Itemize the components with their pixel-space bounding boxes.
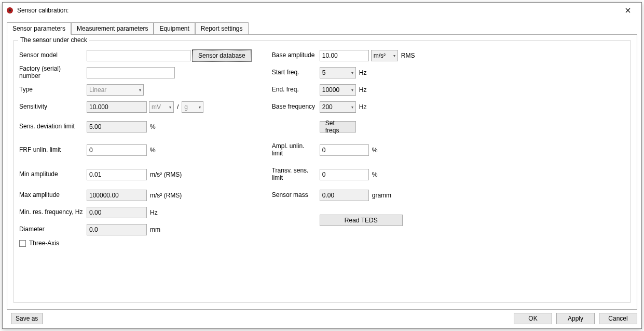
end-freq-value: 10000 [322,86,339,94]
diameter-input[interactable] [87,224,147,235]
tabpage-sensor-parameters: The sensor under check Sensor model Sens… [7,34,637,310]
sensitivity-unit-num-select[interactable]: mV ▾ [149,101,174,113]
label-sensor-mass: Sensor mass [272,192,320,199]
unit-percent: % [150,123,156,130]
apply-button[interactable]: Apply [556,313,595,324]
base-freq-select[interactable]: 200 ▾ [320,101,356,113]
app-icon [6,6,14,15]
label-transv-sens-limit: Transv. sens. limit [272,167,320,182]
unit-mm: mm [150,226,160,233]
chevron-down-icon: ▾ [169,105,171,110]
label-base-amplitude: Base amplitude [272,52,320,59]
min-amplitude-input[interactable] [87,169,147,180]
chevron-down-icon: ▾ [199,105,201,110]
base-amplitude-unit-select[interactable]: m/s² ▾ [371,50,398,61]
label-max-amplitude: Max amplitude [19,192,87,199]
close-button[interactable] [618,3,638,18]
three-axis-checkbox[interactable] [19,240,26,247]
window-title: Sensor calibration: [17,7,618,14]
sensitivity-input[interactable] [87,101,147,113]
label-min-amplitude: Min amplitude [19,171,87,178]
label-frf-unlin-limit: FRF unlin. limit [19,147,87,154]
sensitivity-unit-den-select[interactable]: g ▾ [182,101,203,113]
tab-equipment[interactable]: Equipment [154,22,195,35]
unit-ms2-rms: m/s² (RMS) [150,171,182,178]
label-start-freq: Start freq. [272,69,320,76]
sensitivity-unit-num: mV [152,103,161,111]
label-type: Type [19,86,87,94]
tabstrip: Sensor parameters Measurement parameters… [7,22,637,35]
sensor-mass-input[interactable] [320,190,369,201]
label-min-res-freq: Min. res. frequency, Hz [19,209,87,216]
max-amplitude-input[interactable] [87,190,147,201]
factory-number-input[interactable] [87,67,175,78]
slash-label: / [177,103,179,111]
ampl-unlin-limit-input[interactable] [320,144,369,156]
unit-percent: % [372,171,378,178]
label-sensor-model: Sensor model [19,52,87,59]
chevron-down-icon: ▾ [351,71,353,75]
left-column: Sensor model Sensor database Factory (se… [19,48,251,247]
save-as-button[interactable]: Save as [11,313,43,324]
label-base-freq: Base frequency [272,103,320,111]
group-legend: The sensor under check [18,36,89,44]
label-sens-deviation-limit: Sens. deviation limit [19,123,87,130]
end-freq-select[interactable]: 10000 ▾ [320,84,356,96]
base-amplitude-unit: m/s² [374,52,386,59]
dialog-window: Sensor calibration: Sensor parameters Me… [2,2,642,329]
sensitivity-unit-den: g [184,103,188,111]
chevron-down-icon: ▾ [351,88,353,92]
chevron-down-icon: ▾ [351,105,353,110]
label-factory-number: Factory (serial) number [19,65,87,80]
unit-gramm: gramm [372,192,391,199]
sensor-database-button[interactable]: Sensor database [193,50,251,61]
client-area: Sensor parameters Measurement parameters… [3,18,641,328]
dialog-footer: Save as OK Apply Cancel [7,310,637,324]
sens-deviation-limit-input[interactable] [87,121,147,133]
set-freqs-button[interactable]: Set freqs [320,121,356,133]
label-end-freq: End. freq. [272,86,320,94]
chevron-down-icon: ▾ [139,88,141,92]
unit-ms2-rms: m/s² (RMS) [150,192,182,199]
unit-hz: Hz [359,86,367,94]
min-res-freq-input[interactable] [87,207,147,218]
label-ampl-unlin-limit: Ampl. unlin. limit [272,143,320,157]
right-column: Base amplitude m/s² ▾ RMS Start freq. [272,48,415,247]
unit-percent: % [150,147,156,154]
cancel-button[interactable]: Cancel [599,313,637,324]
titlebar: Sensor calibration: [3,3,641,18]
base-amplitude-input[interactable] [320,50,369,61]
tab-report-settings[interactable]: Report settings [195,22,249,35]
sensor-model-input[interactable] [87,50,190,61]
read-teds-button[interactable]: Read TEDS [320,215,403,226]
unit-hz: Hz [359,69,367,76]
label-diameter: Diameter [19,226,87,233]
start-freq-value: 5 [322,69,326,76]
unit-percent: % [372,147,378,154]
frf-unlin-limit-input[interactable] [87,144,147,156]
unit-rms: RMS [401,52,415,59]
unit-hz: Hz [359,103,367,111]
label-three-axis: Three-Axis [29,240,59,247]
start-freq-select[interactable]: 5 ▾ [320,67,356,78]
transv-sens-limit-input[interactable] [320,169,369,180]
tab-sensor-parameters[interactable]: Sensor parameters [7,22,71,35]
base-freq-value: 200 [322,103,333,111]
unit-hz: Hz [150,209,158,216]
svg-point-1 [9,9,11,11]
tab-measurement-parameters[interactable]: Measurement parameters [71,22,154,35]
ok-button[interactable]: OK [514,313,552,324]
type-select[interactable]: Linear ▾ [87,84,144,96]
group-sensor-under-check: The sensor under check Sensor model Sens… [13,40,631,303]
chevron-down-icon: ▾ [393,54,395,58]
label-sensitivity: Sensitivity [19,103,87,111]
type-value: Linear [89,86,106,94]
